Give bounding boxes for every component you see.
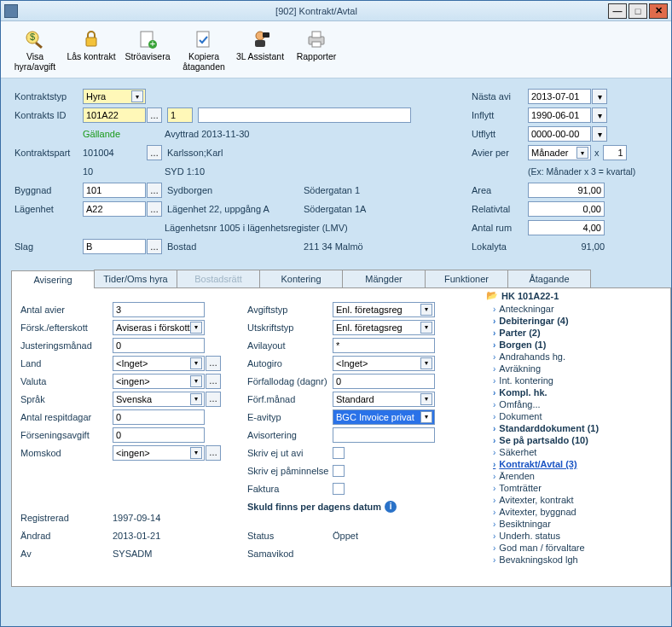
faktura-checkbox[interactable] bbox=[333, 483, 345, 495]
utflytt-dd[interactable]: ▾ bbox=[592, 126, 607, 142]
tree-item[interactable]: ›Ärenden bbox=[486, 470, 657, 482]
lookup-kontrakt-button[interactable]: … bbox=[147, 107, 162, 123]
lbl-eavityp: E-avityp bbox=[247, 412, 333, 422]
skrivavi-checkbox[interactable] bbox=[333, 447, 345, 459]
right-column: Nästa avi ▾ Inflytt ▾ Utflytt ▾ Avier pe… bbox=[472, 87, 659, 256]
kontrakts-id-input[interactable] bbox=[83, 107, 146, 123]
valuta-lookup[interactable]: … bbox=[206, 374, 221, 389]
tree-item[interactable]: ›God man / förvaltare bbox=[486, 542, 657, 554]
kontrakts-seq-input[interactable] bbox=[167, 107, 193, 123]
chevron-down-icon: ▾ bbox=[576, 147, 588, 159]
tab-atagande[interactable]: Åtagande bbox=[507, 270, 591, 287]
byggnad-name: Sydborgen bbox=[167, 185, 304, 195]
momskod-lookup[interactable]: … bbox=[206, 445, 221, 461]
tab-tider[interactable]: Tider/Oms hyra bbox=[94, 270, 177, 287]
tree-item[interactable]: ›Kompl. hk. bbox=[486, 386, 657, 398]
forsk-select[interactable]: Aviseras i förskott▾ bbox=[113, 320, 205, 335]
tree-item[interactable]: ›Avitexter, kontrakt bbox=[486, 494, 657, 506]
chevron-right-icon: › bbox=[493, 388, 495, 398]
sprak-select[interactable]: Svenska▾ bbox=[113, 392, 205, 407]
avier-per-select[interactable]: Månader▾ bbox=[528, 145, 591, 160]
tree-item[interactable]: ›Anteckningar bbox=[486, 303, 657, 315]
tree-item[interactable]: ›Parter (2) bbox=[486, 327, 657, 339]
tree-item[interactable]: ›Underh. status bbox=[486, 530, 657, 542]
valuta-select[interactable]: <ingen>▾ bbox=[113, 374, 205, 389]
tree-item[interactable]: ›Kontrakt/Avtal (3) bbox=[486, 458, 657, 470]
lagenhet-name: Lägenhet 22, uppgång A bbox=[167, 204, 304, 214]
tree-item[interactable]: ›Standarddokument (1) bbox=[486, 422, 657, 434]
relativtal-input[interactable] bbox=[528, 201, 605, 217]
person-badge-icon bbox=[248, 29, 272, 49]
sprak-lookup[interactable]: … bbox=[206, 392, 221, 407]
tb-kopiera[interactable]: Kopiera åtaganden bbox=[177, 25, 231, 76]
maximize-button[interactable]: □ bbox=[629, 3, 647, 19]
tree-item[interactable]: ›Bevakningskod lgh bbox=[486, 554, 657, 566]
info-icon[interactable]: i bbox=[385, 501, 397, 513]
slag-input[interactable] bbox=[83, 239, 146, 254]
eavityp-select[interactable]: BGC Invoice privat▾ bbox=[333, 409, 435, 425]
tab-mangder[interactable]: Mängder bbox=[342, 270, 426, 287]
tb-rapporter[interactable]: Rapporter bbox=[289, 25, 344, 76]
tree-item[interactable]: ›Se på partsaldo (10) bbox=[486, 434, 657, 446]
tb-visa[interactable]: $ Visa hyra/avgift bbox=[8, 25, 62, 76]
lookup-byggnad-button[interactable]: … bbox=[147, 183, 162, 198]
lookup-slag-button[interactable]: … bbox=[147, 239, 162, 254]
momskod-select[interactable]: <ingen>▾ bbox=[113, 445, 205, 461]
avisort-input[interactable] bbox=[333, 427, 435, 443]
area-input[interactable] bbox=[528, 183, 605, 198]
tree-root[interactable]: 📂 HK 101A22-1 bbox=[486, 290, 657, 301]
tab-funktioner[interactable]: Funktioner bbox=[425, 270, 508, 287]
system-menu-icon[interactable] bbox=[4, 4, 18, 18]
kontrakts-desc-input[interactable] bbox=[198, 107, 411, 123]
tree-item[interactable]: ›Säkerhet bbox=[486, 446, 657, 458]
main-form: Kontraktstyp Hyra▾ Kontrakts ID … Gällan… bbox=[1, 78, 671, 261]
tb-stro[interactable]: + Ströavisera bbox=[120, 25, 175, 76]
tab-avisering[interactable]: Avisering bbox=[11, 270, 95, 288]
tree-item[interactable]: ›Tomträtter bbox=[486, 482, 657, 494]
avgiftstyp-select[interactable]: Enl. företagsreg▾ bbox=[333, 302, 435, 317]
lookup-lagenhet-button[interactable]: … bbox=[147, 201, 162, 217]
tree-item[interactable]: ›Debiteringar (4) bbox=[486, 315, 657, 327]
antal-avier-input[interactable] bbox=[113, 302, 205, 317]
tree-item[interactable]: ›Avräkning bbox=[486, 363, 657, 374]
utflytt-input[interactable] bbox=[528, 126, 591, 142]
just-input[interactable] bbox=[113, 338, 205, 353]
tree-item[interactable]: ›Borgen (1) bbox=[486, 339, 657, 351]
chevron-right-icon: › bbox=[493, 376, 495, 386]
slag-name: Bostad bbox=[167, 241, 304, 252]
land-select[interactable]: <Inget>▾ bbox=[113, 356, 205, 371]
byggnad-input[interactable] bbox=[83, 183, 146, 198]
utskriftstyp-select[interactable]: Enl. företagsreg▾ bbox=[333, 320, 435, 335]
skrivpam-checkbox[interactable] bbox=[333, 465, 345, 477]
tree-item[interactable]: ›Avitexter, byggnad bbox=[486, 506, 657, 518]
tb-rapporter-label: Rapporter bbox=[292, 51, 341, 61]
tb-las[interactable]: Lås kontrakt bbox=[64, 25, 119, 76]
nasta-avi-input[interactable] bbox=[528, 89, 591, 104]
minimize-button[interactable]: — bbox=[608, 3, 627, 19]
tab-kontering[interactable]: Kontering bbox=[259, 270, 343, 287]
tb-assist[interactable]: 3L Assistant bbox=[233, 25, 287, 76]
land-lookup[interactable]: … bbox=[206, 356, 221, 371]
avier-mult-input[interactable] bbox=[603, 145, 627, 160]
avilayout-input[interactable] bbox=[333, 338, 435, 353]
tree-item[interactable]: ›Omfång... bbox=[486, 398, 657, 410]
tree-item[interactable]: ›Andrahands hg. bbox=[486, 351, 657, 363]
tree-item[interactable]: ›Besiktningar bbox=[486, 518, 657, 530]
nasta-avi-dd[interactable]: ▾ bbox=[592, 89, 607, 104]
autogiro-select[interactable]: <Inget>▾ bbox=[333, 356, 435, 371]
close-button[interactable]: ✕ bbox=[649, 3, 668, 19]
lbl-avgiftstyp: Avgiftstyp bbox=[247, 305, 333, 315]
lagenhet-input[interactable] bbox=[83, 201, 146, 217]
tree-item[interactable]: ›Dokument bbox=[486, 410, 657, 422]
kontraktstyp-select[interactable]: Hyra▾ bbox=[83, 89, 146, 104]
respit-input[interactable] bbox=[113, 409, 205, 425]
antal-rum-input[interactable] bbox=[528, 220, 605, 235]
tree-item[interactable]: ›Int. kontering bbox=[486, 374, 657, 386]
lbl-status: Status bbox=[247, 531, 333, 541]
forfmanad-select[interactable]: Standard▾ bbox=[333, 392, 435, 407]
inflytt-input[interactable] bbox=[528, 107, 591, 123]
forsen-input[interactable] bbox=[113, 427, 205, 443]
forfallodag-input[interactable] bbox=[333, 374, 435, 389]
inflytt-dd[interactable]: ▾ bbox=[592, 107, 607, 123]
lookup-part-button[interactable]: … bbox=[147, 145, 162, 160]
